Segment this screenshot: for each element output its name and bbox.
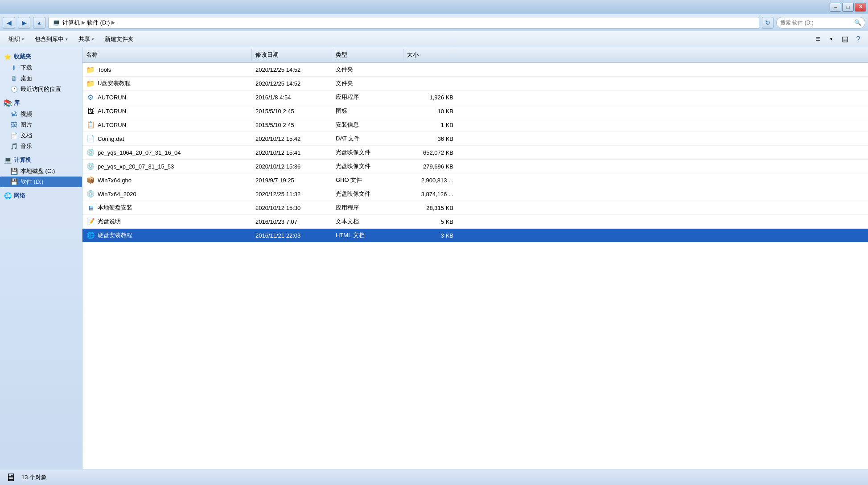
new-folder-button[interactable]: 新建文件夹 xyxy=(100,33,139,45)
file-name: AUTORUN xyxy=(98,108,126,115)
table-row[interactable]: Win7x64.gho 2019/9/7 19:25 GHO 文件 2,900,… xyxy=(82,173,868,187)
file-size-cell: 1,926 KB xyxy=(403,90,457,104)
col-header-name[interactable]: 名称 xyxy=(82,49,252,61)
file-type-cell: GHO 文件 xyxy=(332,173,403,187)
minimize-button[interactable]: ─ xyxy=(830,3,841,12)
table-row[interactable]: U盘安装教程 2020/12/25 14:52 文件夹 xyxy=(82,77,868,90)
file-type-icon xyxy=(86,203,95,212)
file-modified-cell: 2020/12/25 14:52 xyxy=(252,77,332,90)
forward-button[interactable]: ▶ xyxy=(18,17,30,29)
view-dropdown-button[interactable]: ▾ xyxy=(825,33,838,45)
file-name: U盘安装教程 xyxy=(98,79,131,87)
sidebar-item-desktop[interactable]: 🖥 桌面 xyxy=(0,73,82,84)
sidebar-item-video[interactable]: 📽 视频 xyxy=(0,109,82,119)
table-row[interactable]: AUTORUN 2016/1/8 4:54 应用程序 1,926 KB xyxy=(82,90,868,104)
table-row[interactable]: 本地硬盘安装 2020/10/12 15:30 应用程序 28,315 KB xyxy=(82,201,868,215)
music-label: 音乐 xyxy=(21,142,32,150)
table-row[interactable]: AUTORUN 2015/5/10 2:45 安装信息 1 KB xyxy=(82,118,868,132)
file-size-cell: 2,900,813 ... xyxy=(403,173,457,187)
file-name-cell: Win7x64.gho xyxy=(82,173,252,187)
search-box[interactable]: 🔍 xyxy=(776,17,865,29)
file-area: 名称 修改日期 类型 大小 Tools 2020/12/25 14:52 文件夹… xyxy=(82,47,868,469)
file-name-cell: Config.dat xyxy=(82,132,252,145)
sidebar-library-header[interactable]: 📚 库 xyxy=(0,97,82,109)
up-button[interactable]: ▲ xyxy=(33,17,45,29)
sidebar-computer-header[interactable]: 💻 计算机 xyxy=(0,154,82,166)
file-name: pe_yqs_xp_20_07_31_15_53 xyxy=(98,163,174,170)
back-button[interactable]: ◀ xyxy=(3,17,15,29)
sidebar-item-image[interactable]: 🖼 图片 xyxy=(0,119,82,130)
file-size-cell: 1 KB xyxy=(403,118,457,132)
sidebar-section-favorites: ⭐ 收藏夹 ⬇ 下载 🖥 桌面 🕐 最近访问的位置 xyxy=(0,51,82,95)
file-list: Tools 2020/12/25 14:52 文件夹 U盘安装教程 2020/1… xyxy=(82,63,868,242)
drive-d-label: 软件 (D:) xyxy=(21,178,43,186)
file-modified-cell: 2020/12/25 11:32 xyxy=(252,187,332,201)
organize-button[interactable]: 组织 ▾ xyxy=(4,33,29,45)
file-type-icon xyxy=(86,189,95,198)
file-size-cell: 28,315 KB xyxy=(403,201,457,214)
image-label: 图片 xyxy=(21,121,32,129)
col-header-size[interactable]: 大小 xyxy=(403,49,457,61)
organize-label: 组织 xyxy=(8,35,20,43)
video-icon: 📽 xyxy=(10,110,18,118)
drive-c-label: 本地磁盘 (C:) xyxy=(21,167,55,175)
new-folder-label: 新建文件夹 xyxy=(105,35,134,43)
help-button[interactable]: ? xyxy=(852,33,864,45)
refresh-button[interactable]: ↻ xyxy=(762,17,773,29)
download-label: 下载 xyxy=(21,64,32,72)
breadcrumb-arrow-2: ▶ xyxy=(111,20,115,25)
computer-label: 计算机 xyxy=(14,156,31,164)
file-size-cell xyxy=(403,63,457,76)
sidebar-item-document[interactable]: 📄 文档 xyxy=(0,130,82,141)
sidebar-item-drive-d[interactable]: 💾 软件 (D:) xyxy=(0,177,82,187)
share-button[interactable]: 共享 ▾ xyxy=(74,33,99,45)
breadcrumb-computer[interactable]: 计算机 xyxy=(62,19,80,27)
sidebar-network-header[interactable]: 🌐 网络 xyxy=(0,190,82,201)
file-type-icon xyxy=(86,176,95,185)
file-size-cell: 3,874,126 ... xyxy=(403,187,457,201)
drive-d-icon: 💾 xyxy=(10,178,18,186)
file-type-icon xyxy=(86,107,95,115)
close-button[interactable]: ✕ xyxy=(855,3,866,12)
network-label: 网络 xyxy=(14,192,25,200)
search-icon: 🔍 xyxy=(854,19,861,26)
table-row[interactable]: Win7x64_2020 2020/12/25 11:32 光盘映像文件 3,8… xyxy=(82,187,868,201)
table-row[interactable]: AUTORUN 2015/5/10 2:45 图标 10 KB xyxy=(82,104,868,118)
table-row[interactable]: Tools 2020/12/25 14:52 文件夹 xyxy=(82,63,868,77)
table-row[interactable]: pe_yqs_xp_20_07_31_15_53 2020/10/12 15:3… xyxy=(82,160,868,173)
music-icon: 🎵 xyxy=(10,142,18,150)
breadcrumb[interactable]: 💻 计算机 ▶ 软件 (D:) ▶ xyxy=(48,17,759,29)
address-bar: ◀ ▶ ▲ 💻 计算机 ▶ 软件 (D:) ▶ ↻ 🔍 xyxy=(0,14,868,31)
view-button[interactable]: ≡ xyxy=(812,33,824,45)
add-to-library-button[interactable]: 包含到库中 ▾ xyxy=(30,33,73,45)
sidebar-favorites-header[interactable]: ⭐ 收藏夹 xyxy=(0,51,82,62)
file-size-cell: 36 KB xyxy=(403,132,457,145)
breadcrumb-drive[interactable]: 软件 (D:) xyxy=(87,19,110,27)
maximize-button[interactable]: □ xyxy=(842,3,854,12)
table-row[interactable]: 硬盘安装教程 2016/11/21 22:03 HTML 文档 3 KB xyxy=(82,229,868,242)
file-type-icon xyxy=(86,217,95,226)
file-type-icon xyxy=(86,93,95,102)
file-name: AUTORUN xyxy=(98,122,126,128)
file-type-cell: 图标 xyxy=(332,104,403,118)
window-controls: ─ □ ✕ xyxy=(830,3,866,12)
search-input[interactable] xyxy=(780,20,852,26)
recent-icon: 🕐 xyxy=(10,85,18,93)
file-type-icon xyxy=(86,148,95,157)
sidebar-item-download[interactable]: ⬇ 下载 xyxy=(0,62,82,73)
col-header-type[interactable]: 类型 xyxy=(332,49,403,61)
sidebar-item-music[interactable]: 🎵 音乐 xyxy=(0,141,82,152)
table-row[interactable]: pe_yqs_1064_20_07_31_16_04 2020/10/12 15… xyxy=(82,146,868,160)
sidebar-item-drive-c[interactable]: 💾 本地磁盘 (C:) xyxy=(0,166,82,177)
file-name: 硬盘安装教程 xyxy=(98,231,132,239)
file-size-cell: 279,696 KB xyxy=(403,160,457,173)
file-name: 本地硬盘安装 xyxy=(98,204,132,212)
table-row[interactable]: 光盘说明 2016/10/23 7:07 文本文档 5 KB xyxy=(82,215,868,229)
status-app-icon: 🖥 xyxy=(5,471,16,484)
table-row[interactable]: Config.dat 2020/10/12 15:42 DAT 文件 36 KB xyxy=(82,132,868,146)
file-type-cell: 文件夹 xyxy=(332,77,403,90)
preview-pane-button[interactable]: ▤ xyxy=(839,33,851,45)
sidebar-item-recent[interactable]: 🕐 最近访问的位置 xyxy=(0,84,82,95)
file-name-cell: 硬盘安装教程 xyxy=(82,229,252,242)
col-header-modified[interactable]: 修改日期 xyxy=(252,49,332,61)
